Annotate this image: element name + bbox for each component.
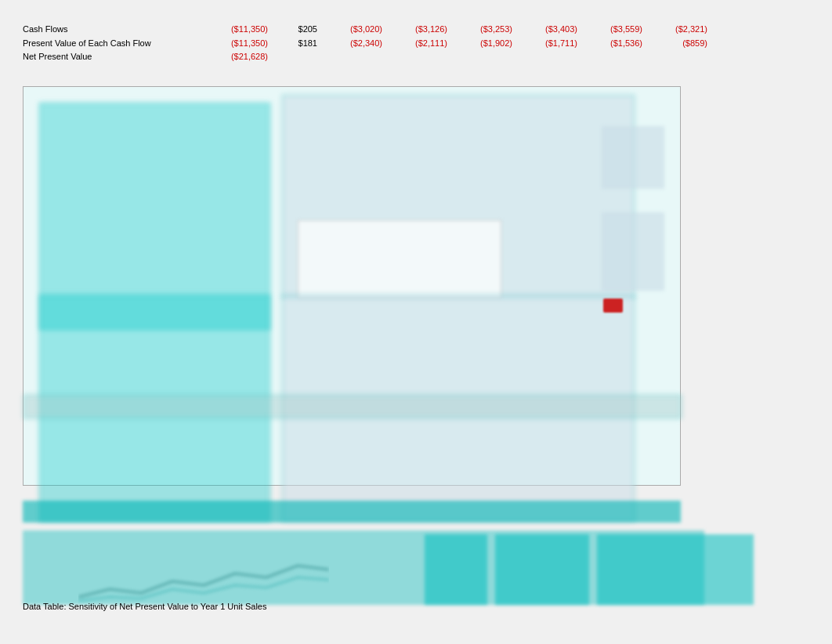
bottom-label: Data Table: Sensitivity of Net Present V… bbox=[23, 602, 266, 611]
pv-val-4: ($1,902) bbox=[454, 37, 512, 51]
cf-val-2: ($3,020) bbox=[324, 23, 382, 37]
pv-val-5: ($1,711) bbox=[519, 37, 577, 51]
right-bottom-block-2 bbox=[495, 534, 589, 605]
pv-row: Present Value of Each Cash Flow ($11,350… bbox=[23, 37, 707, 51]
dialog-box bbox=[298, 220, 501, 298]
pv-val-2: ($2,340) bbox=[324, 37, 382, 51]
header-section: Cash Flows ($11,350) $205 ($3,020) ($3,1… bbox=[23, 23, 707, 64]
pv-label: Present Value of Each Cash Flow bbox=[23, 37, 203, 51]
cf-val-7: ($2,321) bbox=[649, 23, 707, 37]
npv-val-0: ($21,628) bbox=[209, 50, 268, 64]
cash-flows-label: Cash Flows bbox=[23, 23, 203, 37]
teal-bar-1 bbox=[23, 501, 681, 523]
pv-val-1: $181 bbox=[274, 37, 317, 51]
cf-val-0: ($11,350) bbox=[209, 23, 268, 37]
cf-val-1: $205 bbox=[274, 23, 317, 37]
npv-row: Net Present Value ($21,628) bbox=[23, 50, 707, 64]
close-button[interactable] bbox=[603, 298, 623, 313]
right-bottom-block-3 bbox=[425, 534, 487, 605]
pv-val-7: ($859) bbox=[649, 37, 707, 51]
pv-val-0: ($11,350) bbox=[209, 37, 268, 51]
sub-block-2 bbox=[602, 212, 664, 291]
cf-val-3: ($3,126) bbox=[389, 23, 447, 37]
sub-block-1 bbox=[602, 126, 664, 189]
right-bottom-block-1 bbox=[597, 534, 754, 605]
spreadsheet-area bbox=[23, 86, 681, 486]
pv-val-3: ($2,111) bbox=[389, 37, 447, 51]
pv-val-6: ($1,536) bbox=[584, 37, 642, 51]
spreadsheet-bottom-bar bbox=[24, 395, 682, 418]
cash-flows-row: Cash Flows ($11,350) $205 ($3,020) ($3,1… bbox=[23, 23, 707, 37]
cf-val-5: ($3,403) bbox=[519, 23, 577, 37]
cf-val-4: ($3,253) bbox=[454, 23, 512, 37]
cf-val-6: ($3,559) bbox=[584, 23, 642, 37]
npv-label: Net Present Value bbox=[23, 50, 203, 64]
chart-area bbox=[78, 542, 329, 605]
